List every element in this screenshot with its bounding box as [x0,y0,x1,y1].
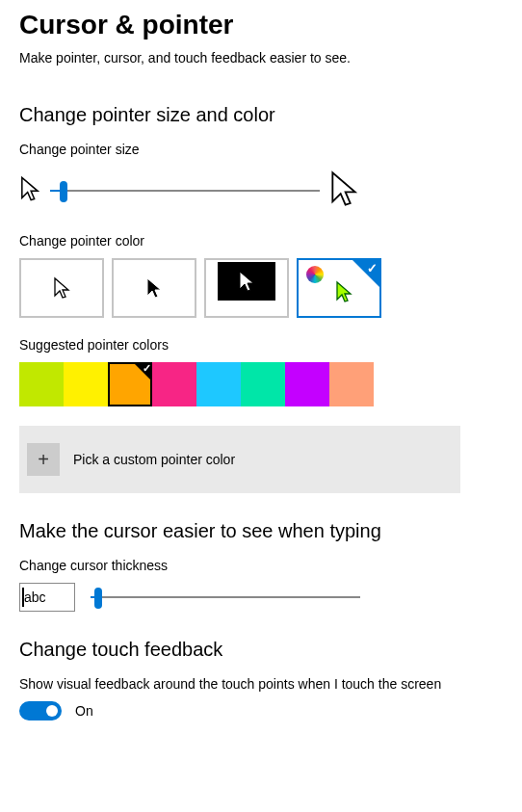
suggested-color-4[interactable] [196,362,241,406]
pointer-color-inverted[interactable] [204,258,289,318]
checkmark-icon: ✓ [143,362,151,375]
section-heading-size-color: Change pointer size and color [19,104,503,126]
pick-custom-color-button[interactable]: + Pick a custom pointer color [19,426,460,493]
suggested-color-1[interactable] [64,362,108,406]
touch-feedback-toggle[interactable] [19,701,62,720]
pick-custom-color-label: Pick a custom pointer color [73,452,235,467]
suggested-color-palette: ✓ [19,362,374,406]
pointer-color-white[interactable] [19,258,104,318]
color-wheel-icon [306,266,324,283]
suggested-color-2[interactable]: ✓ [108,362,152,406]
suggested-color-0[interactable] [19,362,64,406]
suggested-color-6[interactable] [285,362,329,406]
suggested-colors-label: Suggested pointer colors [19,337,503,353]
plus-icon: + [27,443,60,476]
pointer-color-label: Change pointer color [19,233,503,249]
pointer-size-slider[interactable] [50,181,320,200]
pointer-size-label: Change pointer size [19,142,503,157]
checkmark-icon: ✓ [367,261,378,275]
cursor-small-icon [19,175,40,205]
touch-feedback-label: Show visual feedback around the touch po… [19,676,462,692]
pointer-color-black[interactable] [112,258,196,318]
page-subtitle: Make pointer, cursor, and touch feedback… [19,50,503,65]
section-heading-touch: Change touch feedback [19,639,503,661]
section-heading-cursor: Make the cursor easier to see when typin… [19,520,503,542]
pointer-color-custom[interactable]: ✓ [297,258,381,318]
cursor-thickness-preview: abc [19,583,75,612]
pointer-color-options: ✓ [19,258,503,318]
suggested-color-7[interactable] [329,362,374,406]
cursor-large-icon [329,167,358,214]
cursor-thickness-label: Change cursor thickness [19,558,503,573]
cursor-thickness-slider[interactable] [91,588,360,607]
page-title: Cursor & pointer [19,10,503,40]
suggested-color-5[interactable] [241,362,285,406]
touch-feedback-state: On [75,703,93,719]
suggested-color-3[interactable] [152,362,196,406]
